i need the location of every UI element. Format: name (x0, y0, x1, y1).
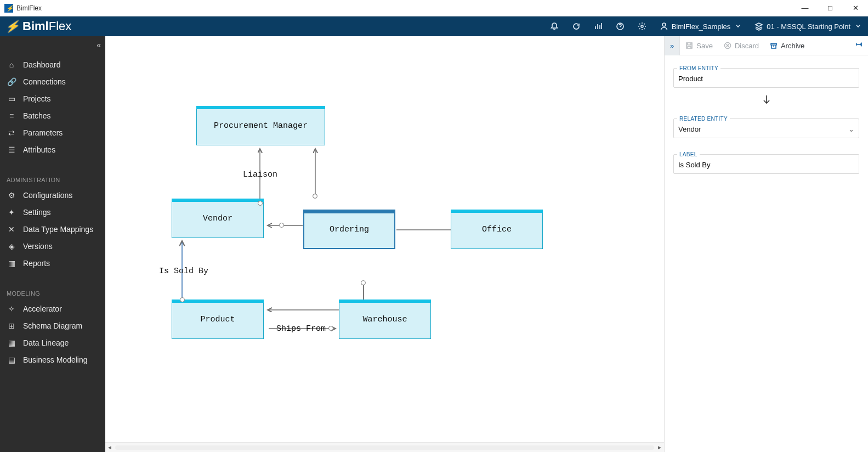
minimize-button[interactable]: — (792, 0, 818, 16)
close-button[interactable]: ✕ (843, 0, 868, 16)
archive-button[interactable]: Archive (764, 36, 810, 55)
sidebar-item-label: Data Type Mappings (23, 225, 93, 234)
sidebar-item-businessmodeling[interactable]: ▤Business Modeling (0, 351, 105, 368)
brand: ⚡ BimlFlex (0, 19, 71, 33)
sidebar-item-schemadiagram[interactable]: ⊞Schema Diagram (0, 317, 105, 334)
scroll-left-icon[interactable]: ◄ (105, 444, 114, 450)
layers-icon (754, 22, 763, 31)
projects-icon: ▭ (7, 94, 16, 103)
refresh-icon[interactable] (565, 16, 587, 36)
connector-handle[interactable] (180, 297, 185, 302)
sidebar-item-label: Connections (23, 77, 66, 86)
link-icon: 🔗 (7, 77, 16, 86)
chevron-down-icon: ⌄ (848, 125, 854, 133)
node-product[interactable]: Product (172, 300, 264, 339)
sidebar-item-label: Settings (23, 208, 51, 217)
node-label: Vendor (203, 214, 232, 223)
archive-label: Archive (781, 42, 804, 50)
user-icon (660, 22, 668, 31)
pin-icon (855, 41, 863, 48)
scroll-track[interactable] (115, 445, 654, 450)
sidebar-item-configurations[interactable]: ⚙Configurations (0, 187, 105, 204)
discard-label: Discard (735, 42, 759, 50)
sidebar-item-parameters[interactable]: ⇄Parameters (0, 124, 105, 141)
sidebar-item-datatypemappings[interactable]: ✕Data Type Mappings (0, 221, 105, 238)
connector-handle[interactable] (361, 280, 366, 285)
window-controls: — □ ✕ (792, 0, 868, 16)
connector-handle[interactable] (258, 201, 263, 206)
node-label: Product (200, 315, 235, 324)
connector-handle[interactable] (328, 326, 333, 331)
panel-expand-button[interactable]: » (665, 36, 680, 55)
customer-label: BimlFlex_Samples (672, 22, 731, 31)
related-entity-field[interactable]: RELATED ENTITY Vendor ⌄ (673, 116, 859, 138)
app-bar: ⚡ BimlFlex BimlFlex_Samples 01 - MSSQL S… (0, 16, 868, 36)
version-dropdown[interactable]: 01 - MSSQL Starting Point (748, 16, 868, 36)
scroll-right-icon[interactable]: ► (655, 444, 664, 450)
sidebar-item-connections[interactable]: 🔗Connections (0, 73, 105, 90)
brand-bolt-icon: ⚡ (5, 20, 19, 33)
svg-point-1 (641, 25, 643, 27)
node-warehouse[interactable]: Warehouse (339, 300, 431, 339)
save-icon (685, 42, 693, 49)
connector-handle[interactable] (313, 194, 317, 199)
sidebar-item-projects[interactable]: ▭Projects (0, 90, 105, 107)
node-procurement-manager[interactable]: Procurement Manager (196, 106, 325, 145)
mappings-icon: ✕ (7, 225, 16, 234)
horizontal-scrollbar[interactable]: ◄ ► (105, 442, 664, 452)
sidebar-item-label: Accelerator (23, 304, 62, 313)
from-entity-input[interactable] (678, 75, 854, 83)
node-label: Procurement Manager (214, 121, 308, 131)
edge-label-liaison: Liaison (243, 170, 277, 179)
label-legend: LABEL (677, 151, 700, 157)
sidebar-item-label: Projects (23, 94, 51, 103)
sidebar-item-label: Attributes (23, 145, 55, 154)
svg-rect-5 (771, 43, 776, 45)
node-ordering[interactable]: Ordering (303, 210, 395, 249)
accelerator-icon: ✧ (7, 304, 16, 313)
chevron-down-icon (735, 23, 741, 30)
discard-button[interactable]: Discard (718, 36, 764, 55)
settings-top-icon[interactable] (631, 16, 653, 36)
sidebar-item-dashboard[interactable]: ⌂Dashboard (0, 56, 105, 73)
pin-button[interactable] (849, 41, 868, 50)
sidebar-item-datalineage[interactable]: ▦Data Lineage (0, 334, 105, 351)
configurations-icon: ⚙ (7, 191, 16, 200)
schema-icon: ⊞ (7, 321, 16, 330)
sidebar-item-label: Parameters (23, 128, 63, 137)
notifications-icon[interactable] (543, 16, 565, 36)
settings-icon: ✦ (7, 208, 16, 217)
customer-dropdown[interactable]: BimlFlex_Samples (653, 16, 748, 36)
sidebar-item-versions[interactable]: ◈Versions (0, 238, 105, 255)
sidebar-item-label: Batches (23, 111, 51, 120)
panel-form: FROM ENTITY RELATED ENTITY Vendor ⌄ LABE… (665, 55, 868, 197)
label-input[interactable] (678, 161, 854, 169)
sidebar-item-label: Business Modeling (23, 355, 88, 364)
sidebar-item-label: Configurations (23, 191, 72, 200)
save-button[interactable]: Save (680, 36, 718, 55)
sidebar-item-reports[interactable]: ▥Reports (0, 255, 105, 272)
archive-icon (770, 42, 778, 49)
connector-handle[interactable] (279, 223, 284, 228)
sidebar-group-modeling: MODELING (0, 287, 105, 300)
sidebar-collapse-button[interactable]: « (97, 41, 101, 49)
sidebar: « ⌂Dashboard 🔗Connections ▭Projects ≡Bat… (0, 36, 105, 452)
sidebar-item-batches[interactable]: ≡Batches (0, 107, 105, 124)
sidebar-item-settings[interactable]: ✦Settings (0, 204, 105, 221)
label-field[interactable]: LABEL (673, 151, 859, 174)
from-entity-field[interactable]: FROM ENTITY (673, 65, 859, 88)
sidebar-item-label: Reports (23, 259, 50, 268)
node-office[interactable]: Office (451, 210, 543, 249)
attributes-icon: ☰ (7, 145, 16, 154)
reports-icon: ▥ (7, 259, 16, 268)
diagram-canvas[interactable]: Procurement Manager Vendor Ordering Offi… (105, 36, 664, 452)
home-icon: ⌂ (7, 60, 16, 69)
reports-top-icon[interactable] (587, 16, 609, 36)
help-icon[interactable] (609, 16, 631, 36)
node-vendor[interactable]: Vendor (172, 199, 264, 238)
sidebar-item-accelerator[interactable]: ✧Accelerator (0, 300, 105, 317)
window-title: BimlFlex (16, 4, 42, 12)
maximize-button[interactable]: □ (818, 0, 843, 16)
panel-toolbar: » Save Discard Archive (665, 36, 868, 55)
sidebar-item-attributes[interactable]: ☰Attributes (0, 141, 105, 158)
